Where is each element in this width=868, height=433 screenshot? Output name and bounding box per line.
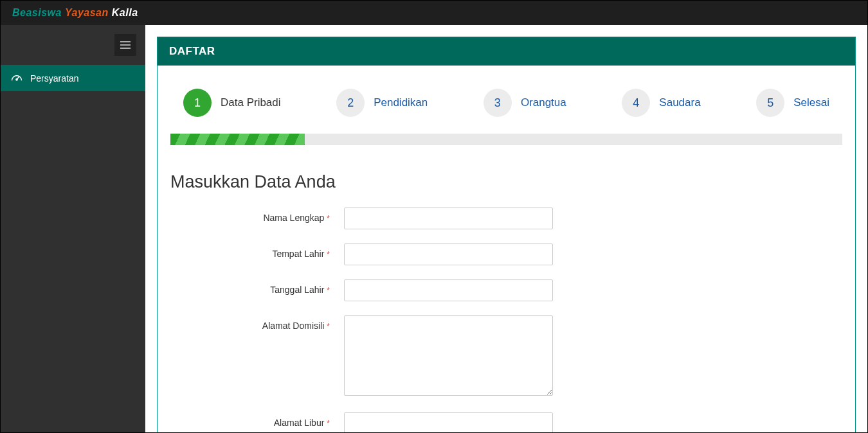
step-number: 4 xyxy=(622,89,650,117)
brand-part-3: Kalla xyxy=(109,7,138,19)
input-nama-lengkap[interactable] xyxy=(344,208,553,229)
label-nama-lengkap: Nama Lengkap* xyxy=(170,208,330,223)
step-label: Pendidikan xyxy=(374,96,428,109)
brand-part-2: Yayasan xyxy=(62,7,109,19)
svg-line-1 xyxy=(17,76,19,80)
brand-part-1: Beasiswa xyxy=(12,7,62,19)
label-tempat-lahir: Tempat Lahir* xyxy=(170,243,330,259)
input-alamat-libur[interactable] xyxy=(344,412,553,432)
step-number: 5 xyxy=(756,89,784,117)
step-label: Data Pribadi xyxy=(221,96,281,109)
progress-fill xyxy=(170,134,305,145)
wizard-steps: 1 Data Pribadi 2 Pendidikan 3 Orangtua 4… xyxy=(158,66,855,134)
step-saudara[interactable]: 4 Saudara xyxy=(622,89,700,117)
sidebar-item-label: Persyaratan xyxy=(30,73,78,84)
step-selesai[interactable]: 5 Selesai xyxy=(756,89,829,117)
form-title: Masukkan Data Anda xyxy=(170,172,842,192)
step-number: 3 xyxy=(484,89,512,117)
label-alamat-domisili: Alamat Domisili* xyxy=(170,315,330,331)
menu-toggle-button[interactable] xyxy=(114,34,136,56)
sidebar: Persyaratan xyxy=(1,25,145,432)
step-pendidikan[interactable]: 2 Pendidikan xyxy=(336,89,428,117)
label-tanggal-lahir: Tanggal Lahir* xyxy=(170,279,330,295)
field-row-alamat-domisili: Alamat Domisili* xyxy=(170,315,842,398)
field-row-alamat-libur: Alamat Libur* xyxy=(170,412,842,432)
main-content: DAFTAR 1 Data Pribadi 2 Pendidikan 3 Ora… xyxy=(145,25,867,432)
step-label: Selesai xyxy=(793,96,829,109)
field-row-tempat-lahir: Tempat Lahir* xyxy=(170,243,842,265)
field-row-nama-lengkap: Nama Lengkap* xyxy=(170,208,842,229)
label-alamat-libur: Alamat Libur* xyxy=(170,412,330,428)
sidebar-item-persyaratan[interactable]: Persyaratan xyxy=(1,65,145,91)
panel-daftar: DAFTAR 1 Data Pribadi 2 Pendidikan 3 Ora… xyxy=(157,37,856,432)
panel-title: DAFTAR xyxy=(158,37,855,66)
step-label: Orangtua xyxy=(521,96,566,109)
step-data-pribadi[interactable]: 1 Data Pribadi xyxy=(183,89,281,117)
step-number: 2 xyxy=(336,89,365,117)
input-tanggal-lahir[interactable] xyxy=(344,279,553,301)
progress-bar xyxy=(170,134,842,145)
top-bar: Beasiswa Yayasan Kalla xyxy=(1,1,867,25)
step-orangtua[interactable]: 3 Orangtua xyxy=(484,89,566,117)
dashboard-icon xyxy=(11,73,23,84)
field-row-tanggal-lahir: Tanggal Lahir* xyxy=(170,279,842,301)
step-label: Saudara xyxy=(659,96,700,109)
step-number: 1 xyxy=(183,89,212,117)
textarea-alamat-domisili[interactable] xyxy=(344,315,553,396)
input-tempat-lahir[interactable] xyxy=(344,243,553,265)
